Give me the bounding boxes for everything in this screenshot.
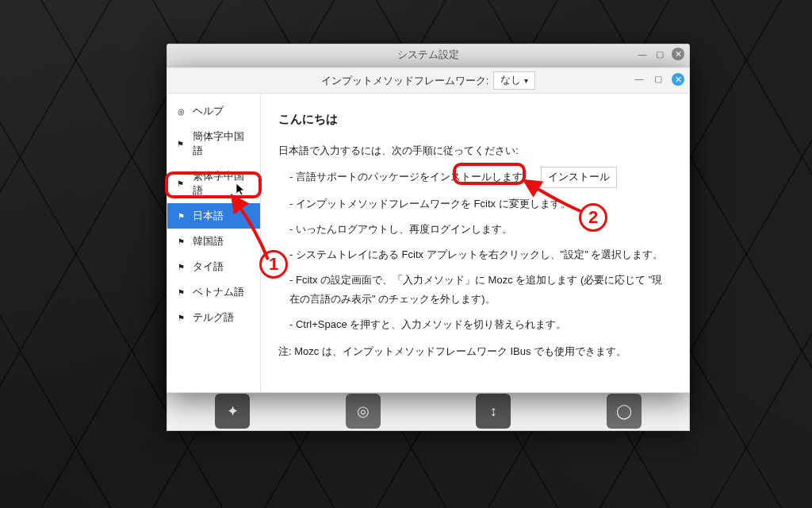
inner-window-titlebar[interactable]: インプットメソッドフレームワーク: なし — ▢ ✕ [167, 68, 689, 94]
settings-tile[interactable]: ◯ [607, 394, 642, 429]
flag-icon [175, 140, 186, 148]
settings-tile[interactable]: ↕ [476, 394, 511, 429]
note-text: 注: Mozc は、インプットメソッドフレームワーク IBus でも使用できます… [278, 342, 672, 361]
close-button[interactable]: ✕ [672, 48, 684, 60]
framework-dropdown[interactable]: なし [493, 71, 535, 90]
settings-tile[interactable]: ◎ [346, 394, 381, 429]
settings-grid-row2: ✦ ◎ ↕ ◯ [167, 394, 689, 429]
flag-icon [175, 314, 186, 322]
minimize-button[interactable]: — [637, 48, 648, 60]
flag-icon [175, 237, 186, 246]
sidebar-item-telugu[interactable]: テルグ語 [167, 305, 260, 330]
step-fcitx: - インプットメソッドフレームワークを Fcitx に変更します。 [278, 194, 672, 214]
sidebar-item-label: ヘルプ [193, 104, 224, 118]
sidebar-item-vietnamese[interactable]: ベトナム語 [167, 279, 260, 305]
minimize-button[interactable]: — [634, 73, 645, 84]
sidebar-item-label: 簡体字中国語 [193, 129, 252, 158]
step-mozc: - Fcitx の設定画面で、「入力メソッド」に Mozc を追加します (必要… [278, 271, 672, 309]
greeting-heading: こんにちは [278, 108, 672, 130]
flag-icon [175, 179, 186, 188]
intro-text: 日本語で入力するには、次の手順に従ってください: [278, 141, 672, 160]
sidebar-item-label: 韓国語 [193, 234, 224, 248]
help-icon [175, 107, 186, 116]
install-button[interactable]: インストール [541, 167, 617, 188]
step-systray: - システムトレイにある Fcitx アプレットを右クリックし、"設定" を選択… [278, 245, 672, 264]
step-hotkey: - Ctrl+Space を押すと、入力メソッドを切り替えられます。 [278, 315, 672, 334]
sidebar-item-korean[interactable]: 韓国語 [167, 229, 260, 254]
framework-label: インプットメソッドフレームワーク: [321, 74, 489, 88]
sidebar-item-label: 日本語 [193, 209, 224, 223]
maximize-button[interactable]: ▢ [654, 48, 665, 60]
sidebar-item-thai[interactable]: タイ語 [167, 254, 260, 279]
close-button[interactable]: ✕ [672, 73, 684, 86]
sidebar-item-zh-simplified[interactable]: 簡体字中国語 [167, 124, 260, 164]
settings-tile[interactable]: ✦ [215, 394, 250, 429]
step-install-text: - 言語サポートのパッケージをインストールします。 [289, 171, 533, 183]
dropdown-value: なし [500, 74, 521, 87]
step-install: - 言語サポートのパッケージをインストールします。 インストール [278, 167, 672, 188]
input-method-window: インプットメソッドフレームワーク: なし — ▢ ✕ ヘルプ 簡体字中国語 繁体… [167, 67, 690, 393]
maximize-button[interactable]: ▢ [653, 73, 664, 84]
main-content: こんにちは 日本語で入力するには、次の手順に従ってください: - 言語サポートの… [261, 94, 689, 392]
sidebar-item-japanese[interactable]: 日本語 [167, 203, 260, 229]
mouse-cursor-icon [236, 183, 247, 197]
flag-icon [175, 212, 186, 221]
sidebar-item-label: テルグ語 [193, 310, 234, 325]
sidebar-item-help[interactable]: ヘルプ [167, 98, 260, 124]
outer-window-titlebar[interactable]: システム設定 — ▢ ✕ [167, 44, 689, 67]
flag-icon [175, 288, 186, 297]
sidebar-item-label: ベトナム語 [193, 285, 244, 299]
outer-window-title: システム設定 [397, 48, 459, 62]
step-logout: - いったんログアウトし、再度ログインします。 [278, 220, 672, 239]
sidebar-item-label: タイ語 [193, 260, 224, 274]
flag-icon [175, 263, 186, 271]
language-sidebar: ヘルプ 簡体字中国語 繁体字中国語 日本語 韓国語 タイ語 [167, 94, 261, 392]
